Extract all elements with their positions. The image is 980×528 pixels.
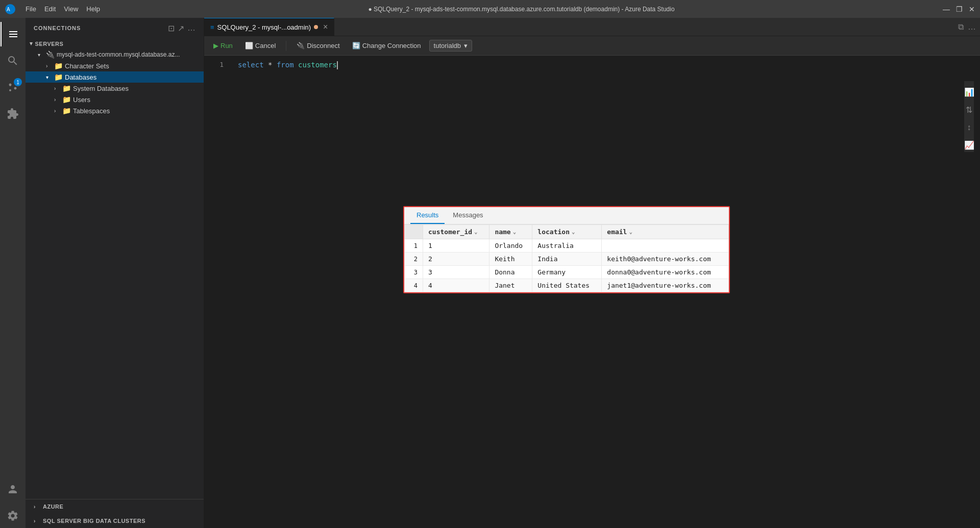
server-item[interactable]: ▾ 🔌 mysql-ads-test-common.mysql.database… [26,49,204,60]
menu-bar[interactable]: File Edit View Help [26,5,100,13]
minimize-button[interactable]: — [943,5,950,13]
activity-bar: 1 [0,18,26,528]
format-icon[interactable]: ↕ [965,121,973,134]
row-number: 1 [405,239,423,253]
sql-server-bdc-section[interactable]: › SQL SERVER BIG DATA CLUSTERS [26,514,204,528]
sql-bdc-label: SQL SERVER BIG DATA CLUSTERS [43,518,145,524]
editor-area: 1 select * from customers Results Messag… [204,56,980,528]
col-header-email[interactable]: email ⌄ [602,225,729,239]
source-control-badge: 1 [14,78,22,86]
server-chevron-icon: ▾ [38,52,44,58]
cell-customer_id: 3 [423,266,489,279]
cancel-button[interactable]: ⬜ Cancel [241,40,280,51]
cell-name: Janet [489,279,532,292]
azure-chevron-icon: › [34,504,40,510]
menu-help[interactable]: Help [86,5,100,13]
more-actions-button[interactable]: … [968,22,976,32]
results-tab-bar: Results Messages [404,207,729,224]
tab-results[interactable]: Results [410,207,445,224]
tab-close-button[interactable]: × [323,22,328,32]
keyword-select: select [238,61,264,69]
activity-item-search[interactable] [1,48,25,73]
sort-icon-location: ⌄ [572,229,575,235]
cell-customer_id: 4 [423,279,489,292]
system-databases-folder-icon: 📁 [62,84,71,92]
menu-edit[interactable]: Edit [44,5,56,13]
servers-label: SERVERS [35,41,64,47]
azure-section[interactable]: › AZURE [26,499,204,514]
users-folder-icon: 📁 [62,95,71,104]
new-connection-button[interactable]: ⊡ [168,23,175,33]
col-header-location[interactable]: location ⌄ [532,225,602,239]
tree-item-databases[interactable]: ▾ 📁 Databases [26,71,204,83]
cell-location: Australia [532,239,602,253]
tab-messages[interactable]: Messages [447,207,489,224]
sql-bdc-chevron-icon: › [34,518,40,524]
server-icon: 🔌 [46,51,55,59]
databases-folder-icon: 📁 [54,73,63,81]
databases-label: Databases [65,73,96,81]
sidebar-title: CONNECTIONS [34,25,81,31]
activity-item-profile[interactable] [1,477,25,501]
cell-email: janet1@adventure-works.com [602,279,729,292]
run-button[interactable]: ▶ Run [209,40,237,51]
tab-label: SQLQuery_2 - mysql-...oadmin) [217,23,311,31]
servers-section: ▾ SERVERS ▾ 🔌 mysql-ads-test-common.mysq… [26,38,204,499]
row-number: 2 [405,253,423,266]
tablespaces-chevron-icon: › [54,108,60,114]
tree-item-character-sets[interactable]: › 📁 Character Sets [26,60,204,71]
keyword-from: from [277,61,294,69]
servers-section-header[interactable]: ▾ SERVERS [26,38,204,49]
tab-bar: ≡ SQLQuery_2 - mysql-...oadmin) × ⧉ … [204,18,980,36]
menu-file[interactable]: File [26,5,36,13]
outline-icon[interactable]: ⇅ [964,103,974,117]
col-header-name[interactable]: name ⌄ [489,225,532,239]
activity-item-connections[interactable] [1,22,25,46]
users-chevron-icon: › [54,97,60,103]
change-connection-button[interactable]: 🔄 Change Connection [348,40,425,51]
sort-icon-email: ⌄ [629,229,632,235]
row-number: 3 [405,266,423,279]
add-server-button[interactable]: ↗ [178,23,184,33]
results-table: customer_id ⌄ name ⌄ [404,224,729,292]
table-row: 44JanetUnited Statesjanet1@adventure-wor… [405,279,729,292]
maximize-button[interactable]: ❐ [956,5,963,13]
sort-icon-name: ⌄ [513,229,517,235]
split-editor-button[interactable]: ⧉ [958,22,964,32]
cell-email: donna0@adventure-works.com [602,266,729,279]
tab-icon: ≡ [210,23,214,31]
system-databases-chevron-icon: › [54,86,60,91]
window-controls[interactable]: — ❐ ✕ [943,5,975,13]
activity-item-source-control[interactable]: 1 [1,75,25,99]
sidebar-header-actions: ⊡ ↗ … [168,23,195,33]
cancel-icon: ⬜ [245,42,253,49]
col-header-rownum [405,225,423,239]
cell-location: Germany [532,266,602,279]
database-dropdown[interactable]: tutorialdb ▾ [429,40,472,52]
disconnect-button[interactable]: 🔌 Disconnect [292,40,344,51]
col-header-customer-id[interactable]: customer_id ⌄ [423,225,489,239]
tree-item-tablespaces[interactable]: › 📁 Tablespaces [26,105,204,116]
table-row: 22KeithIndiakeith0@adventure-works.com [405,253,729,266]
editor-gutter: 1 [204,56,230,528]
activity-item-settings[interactable] [1,504,25,528]
cell-customer_id: 2 [423,253,489,266]
table-row: 33DonnaGermanydonna0@adventure-works.com [405,266,729,279]
chart-icon[interactable]: 📈 [962,138,976,152]
activity-item-extensions[interactable] [1,102,25,126]
system-databases-label: System Databases [73,85,129,92]
tree-item-system-databases[interactable]: › 📁 System Databases [26,83,204,94]
editor-toolbar: ▶ Run ⬜ Cancel 🔌 Disconnect 🔄 Change Con… [204,36,980,56]
minimap-icon[interactable]: 📊 [962,85,976,99]
cell-name: Donna [489,266,532,279]
users-label: Users [73,96,90,104]
menu-view[interactable]: View [64,5,78,13]
query-tab[interactable]: ≡ SQLQuery_2 - mysql-...oadmin) × [204,18,334,36]
sidebar-more-button[interactable]: … [187,23,195,33]
title-bar: A File Edit View Help ● SQLQuery_2 - mys… [0,0,980,18]
databases-chevron-icon: ▾ [46,74,52,80]
server-label: mysql-ads-test-common.mysql.database.az.… [57,51,180,58]
close-button[interactable]: ✕ [969,5,975,13]
tab-actions: ⧉ … [954,18,980,36]
tree-item-users[interactable]: › 📁 Users [26,94,204,105]
